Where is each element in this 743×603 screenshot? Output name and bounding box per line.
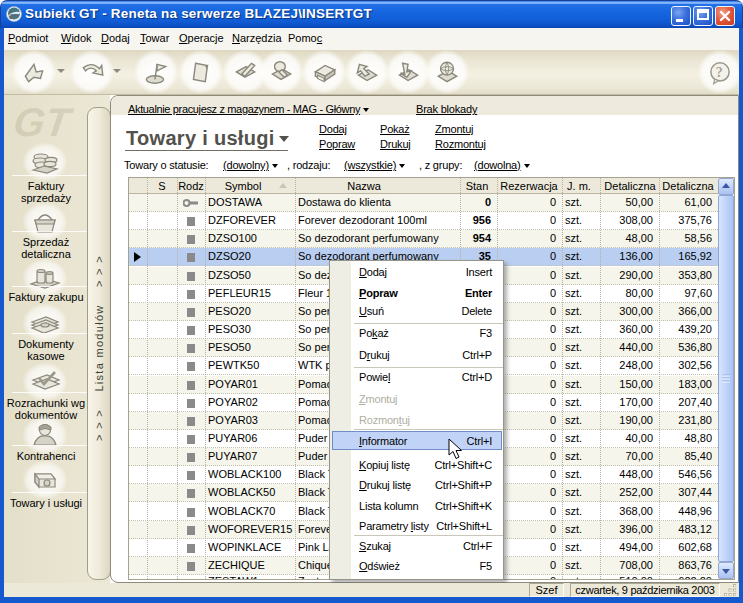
svg-text:GT: GT — [9, 13, 19, 20]
svg-text:?: ? — [716, 65, 723, 80]
